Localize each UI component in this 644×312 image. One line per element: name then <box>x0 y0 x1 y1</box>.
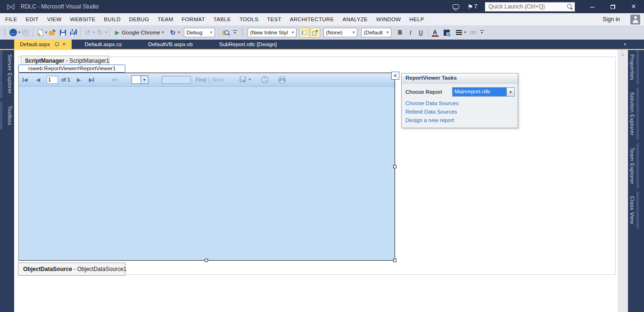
menu-tools[interactable]: TOOLS <box>235 13 263 25</box>
minimize-button[interactable]: ─ <box>582 0 603 13</box>
menu-team[interactable]: TEAM <box>153 13 177 25</box>
restore-button[interactable] <box>603 0 623 13</box>
style-application-toggle[interactable] <box>299 28 309 38</box>
back-to-parent-report-button[interactable]: ⇦ <box>112 76 117 83</box>
menu-help[interactable]: HELP <box>405 13 428 25</box>
hyperlink-button[interactable] <box>468 27 479 38</box>
font-name-combo[interactable]: (Default ▾ <box>361 28 391 37</box>
first-page-button[interactable]: ◀ <box>23 77 27 82</box>
close-tab-icon[interactable]: × <box>62 41 66 47</box>
choose-report-dropdown-button[interactable]: ▾ <box>506 88 514 96</box>
scroll-up-arrow-icon[interactable]: ▲ <box>618 52 628 57</box>
report-viewer-body[interactable] <box>19 87 395 260</box>
target-rule-toggle[interactable] <box>310 28 320 38</box>
resize-handle-bottom[interactable] <box>205 259 208 262</box>
menu-test[interactable]: TEST <box>263 13 286 25</box>
object-data-source-control[interactable]: ObjectDataSource - ObjectDataSource1 <box>18 263 125 276</box>
save-button[interactable] <box>58 27 68 38</box>
sign-in-link[interactable]: Sign in <box>603 16 620 23</box>
design-new-report-link[interactable]: Design a new report <box>402 115 518 123</box>
left-tool-rail: Server Explorer Toolbox <box>0 50 14 312</box>
previous-page-button[interactable]: ◀ <box>36 77 40 82</box>
solution-configuration-combo[interactable]: Debug ▾ <box>184 28 215 37</box>
resize-handle-right[interactable] <box>393 165 396 168</box>
rebind-data-sources-link[interactable]: Rebind Data Sources <box>402 106 518 115</box>
print-button[interactable] <box>278 76 286 83</box>
undo-button[interactable]: ↺ <box>83 27 93 38</box>
menu-view[interactable]: VIEW <box>43 13 66 25</box>
quick-launch-input[interactable]: Quick Launch (Ctrl+Q) <box>485 2 575 12</box>
tab-defaultvb-aspx-vb[interactable]: DefaultVB.aspx.vb <box>135 40 206 49</box>
menu-format[interactable]: FORMAT <box>177 13 209 25</box>
menu-analyze[interactable]: ANALYZE <box>338 13 372 25</box>
foreground-color-button[interactable]: A <box>430 29 440 36</box>
italic-button[interactable]: I <box>405 29 416 36</box>
bold-button[interactable]: B <box>395 29 405 36</box>
menu-architecture[interactable]: ARCHITECTURE <box>286 13 339 25</box>
start-debug-button[interactable]: ▶ Google Chrome ▾ <box>114 27 165 38</box>
menu-table[interactable]: TABLE <box>209 13 235 25</box>
open-file-button[interactable] <box>47 27 58 38</box>
export-button[interactable] <box>239 76 248 83</box>
alignment-button[interactable] <box>454 27 464 38</box>
find-link[interactable]: Find <box>196 77 206 82</box>
tab-default-aspx[interactable]: Default.aspx × <box>14 40 72 49</box>
menu-debug[interactable]: DEBUG <box>125 13 153 25</box>
toolbar-grip[interactable] <box>241 28 244 37</box>
sidebar-item-server-explorer[interactable]: Server Explorer <box>0 50 14 98</box>
choose-report-combo[interactable]: Mainreport.rdlc ▾ <box>452 87 515 97</box>
toolbar-overflow-button[interactable]: ▾ <box>233 30 237 35</box>
menu-edit[interactable]: EDIT <box>22 13 43 25</box>
save-all-button[interactable] <box>68 27 78 38</box>
sidebar-item-team-explorer[interactable]: Team Explorer <box>628 143 639 189</box>
tab-default-aspx-cs[interactable]: Default.aspx.cs <box>72 40 135 49</box>
next-page-button[interactable]: ▶ <box>77 77 81 82</box>
user-profile-icon[interactable] <box>630 15 640 25</box>
pin-icon[interactable] <box>55 42 59 47</box>
refresh-dropdown-caret[interactable]: ▾ <box>178 31 180 34</box>
refresh-report-button[interactable] <box>261 76 269 83</box>
zoom-select[interactable]: ▾ <box>132 75 149 84</box>
underline-button[interactable]: U <box>416 29 426 36</box>
zoom-dropdown-button[interactable]: ▾ <box>140 76 148 83</box>
feedback-icon[interactable] <box>449 0 463 13</box>
editor-vertical-scrollbar[interactable]: ▲ <box>618 50 628 312</box>
font-name-value: (Default <box>364 30 383 35</box>
menu-build[interactable]: BUILD <box>99 13 124 25</box>
sidebar-item-class-view[interactable]: Class View <box>628 192 639 229</box>
tab-list-dropdown[interactable]: ▾ <box>624 42 626 47</box>
close-button[interactable]: × <box>623 0 644 13</box>
sidebar-item-toolbox[interactable]: Toolbox <box>0 101 14 130</box>
sidebar-item-solution-explorer[interactable]: Solution Explorer <box>628 88 639 140</box>
tab-subreport-rdlc[interactable]: SubReport.rdlc [Design] <box>206 40 290 49</box>
sidebar-item-properties[interactable]: Properties <box>628 50 639 84</box>
navigate-back-button[interactable]: ← <box>8 27 18 38</box>
menu-website[interactable]: WEBSITE <box>66 13 100 25</box>
find-text-input[interactable] <box>162 76 191 84</box>
redo-dropdown-caret[interactable]: ▾ <box>105 31 107 34</box>
find-in-files-button[interactable] <box>221 27 231 38</box>
choose-data-sources-link[interactable]: Choose Data Sources <box>402 98 518 106</box>
background-color-button[interactable] <box>442 27 452 38</box>
refresh-button[interactable]: ↻ <box>168 27 178 38</box>
tab-label: Default.aspx.cs <box>85 41 122 47</box>
new-file-button[interactable] <box>35 27 45 38</box>
menu-window[interactable]: WINDOW <box>372 13 405 25</box>
smart-tag-collapse-button[interactable]: < <box>391 72 399 80</box>
alignment-dropdown-caret[interactable]: ▾ <box>464 31 466 34</box>
navigate-forward-button[interactable]: → <box>20 27 31 38</box>
find-next-link[interactable]: Next <box>212 77 223 82</box>
notifications-button[interactable]: ⚑ 7 <box>463 3 482 10</box>
export-dropdown-caret[interactable]: ▾ <box>249 78 251 82</box>
resize-handle-bottom-right[interactable] <box>393 259 396 262</box>
current-page-input[interactable] <box>47 76 58 84</box>
last-page-button[interactable]: ▶ <box>89 77 94 82</box>
toolbar-overflow-button[interactable]: ▾ <box>480 30 484 35</box>
report-viewer-control[interactable]: ◀ ◀ of 1 ▶ ▶ ⇦ ▾ Find | Next ▾ <box>18 73 395 261</box>
css-style-combo[interactable]: (New Inline Style ▾ <box>248 28 297 37</box>
menu-file[interactable]: FILE <box>1 13 22 25</box>
redo-button[interactable]: ↻ <box>95 27 105 38</box>
target-rule-combo[interactable]: (None) ▾ <box>323 28 357 37</box>
design-surface[interactable]: ScriptManager - ScriptManager1 rsweb:Rep… <box>14 50 618 312</box>
toolbar-grip[interactable] <box>4 28 6 37</box>
